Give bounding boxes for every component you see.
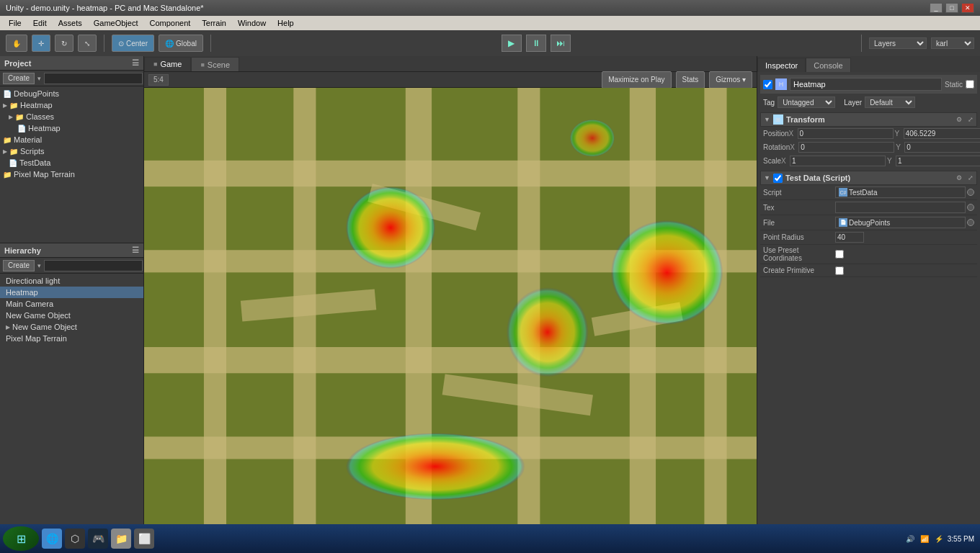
scale-xyz: X Y Z bbox=[781, 156, 980, 166]
project-tree-item-testdata[interactable]: 📄 TestData bbox=[0, 157, 143, 168]
step-button[interactable]: ⏭ bbox=[551, 35, 571, 52]
play-button[interactable]: ▶ bbox=[502, 35, 522, 52]
transform-settings-icon[interactable]: ⚙ bbox=[956, 116, 962, 123]
hierarchy-item-newgameobj2[interactable]: ▶ New Game Object bbox=[0, 321, 143, 333]
menu-help[interactable]: Help bbox=[272, 17, 300, 29]
folder-icon: 📁 bbox=[9, 148, 18, 156]
menu-window[interactable]: Window bbox=[232, 17, 272, 29]
createprimitive-label: Create Primitive bbox=[763, 266, 835, 274]
svg-point-15 bbox=[570, 120, 615, 157]
testdata-enabled-checkbox[interactable] bbox=[773, 174, 783, 183]
svg-point-17 bbox=[611, 220, 723, 325]
menu-component[interactable]: Component bbox=[143, 17, 196, 29]
object-name-input[interactable] bbox=[790, 78, 942, 91]
testdata-settings-icon[interactable]: ⚙ bbox=[956, 174, 962, 181]
scale-tool-button[interactable]: ⤡ bbox=[78, 35, 97, 52]
pivot-center-button[interactable]: ⊙ Center bbox=[112, 35, 154, 52]
position-y-input[interactable] bbox=[904, 128, 980, 139]
scale-x-input[interactable] bbox=[790, 156, 886, 166]
taskbar-icon-steam[interactable]: 🎮 bbox=[88, 529, 108, 549]
tex-field-row: Tex bbox=[760, 200, 977, 215]
position-xyz: X Y Z bbox=[789, 128, 980, 139]
taskbar-icon-folder[interactable]: 📁 bbox=[111, 529, 131, 549]
file-picker-button[interactable] bbox=[967, 219, 974, 226]
project-tree-item-classes[interactable]: ▶ 📁 Classes bbox=[0, 111, 143, 122]
hierarchy-create-button[interactable]: Create bbox=[3, 260, 35, 271]
folder-icon: 📁 bbox=[3, 171, 12, 179]
game-ratio-selector[interactable]: 5:4 bbox=[148, 74, 169, 86]
hierarchy-tree: Directional light Heatmap Main Camera Ne… bbox=[0, 274, 143, 524]
tray-icon-1: 🔊 bbox=[904, 533, 916, 544]
static-checkbox[interactable] bbox=[966, 80, 974, 89]
console-tab[interactable]: Console bbox=[806, 58, 850, 72]
file-icon: 📄 bbox=[17, 125, 26, 132]
file-icon: 📄 bbox=[9, 159, 17, 167]
tag-select[interactable]: Untagged bbox=[778, 96, 835, 108]
user-dropdown[interactable]: karl bbox=[931, 37, 974, 49]
menu-assets[interactable]: Assets bbox=[53, 17, 88, 29]
taskbar-icon-unity[interactable]: ⬡ bbox=[65, 529, 85, 549]
minimize-button[interactable]: _ bbox=[930, 3, 943, 13]
layers-dropdown[interactable]: Layers bbox=[869, 37, 927, 49]
project-tree-item-debugpoints[interactable]: 📄 DebugPoints bbox=[0, 88, 143, 99]
maximize-on-play-button[interactable]: Maximize on Play bbox=[602, 71, 671, 89]
space-global-button[interactable]: 🌐 Global bbox=[159, 35, 203, 52]
taskbar-icon-chrome[interactable]: 🌐 bbox=[42, 529, 62, 549]
start-button[interactable]: ⊞ bbox=[3, 526, 39, 551]
tex-picker-button[interactable] bbox=[967, 204, 974, 211]
hierarchy-item-pixelmap[interactable]: Pixel Map Terrain bbox=[0, 333, 143, 344]
object-active-checkbox[interactable] bbox=[763, 80, 772, 89]
testdata-component-header[interactable]: ▼ Test Data (Script) ⚙ ⤢ bbox=[760, 171, 977, 185]
project-tree-item-scripts[interactable]: ▶ 📁 Scripts bbox=[0, 145, 143, 157]
project-panel-header: Project ☰ bbox=[0, 56, 143, 71]
script-picker-button-0[interactable] bbox=[967, 189, 974, 196]
pause-button[interactable]: ⏸ bbox=[526, 35, 546, 52]
project-tree-item-heatmap[interactable]: ▶ 📁 Heatmap bbox=[0, 99, 143, 111]
rotation-x-input[interactable] bbox=[798, 142, 894, 153]
taskbar-icon-unknown[interactable]: ⬜ bbox=[134, 529, 154, 549]
project-panel-title: Project bbox=[4, 59, 31, 68]
maximize-button[interactable]: □ bbox=[945, 3, 958, 13]
menu-terrain[interactable]: Terrain bbox=[196, 17, 232, 29]
svg-rect-1 bbox=[144, 161, 757, 186]
move-tool-button[interactable]: ✛ bbox=[32, 35, 50, 52]
project-tree-item-pixelmap[interactable]: 📁 Pixel Map Terrain bbox=[0, 168, 143, 180]
project-search-input[interactable] bbox=[44, 73, 143, 84]
menu-file[interactable]: File bbox=[3, 17, 27, 29]
tab-game[interactable]: ■ Game bbox=[144, 57, 191, 71]
tab-scene[interactable]: ■ Scene bbox=[191, 57, 239, 71]
close-button[interactable]: ✕ bbox=[961, 3, 974, 13]
project-tree-item-heatmap-class[interactable]: 📄 Heatmap bbox=[0, 122, 143, 134]
usepreset-checkbox[interactable] bbox=[835, 250, 844, 258]
hierarchy-item-dirlight[interactable]: Directional light bbox=[0, 275, 143, 287]
transform-component-header[interactable]: ▼ ⊞ Transform ⚙ ⤢ bbox=[760, 112, 977, 127]
transform-expand-icon[interactable]: ⤢ bbox=[968, 116, 974, 123]
menu-gameobject[interactable]: GameObject bbox=[88, 17, 144, 29]
hierarchy-item-maincamera[interactable]: Main Camera bbox=[0, 298, 143, 310]
hand-tool-button[interactable]: ✋ bbox=[6, 35, 27, 52]
folder-icon: 📁 bbox=[9, 102, 18, 109]
project-create-button[interactable]: Create bbox=[3, 73, 35, 84]
position-x-input[interactable] bbox=[798, 128, 894, 139]
transform-title: Transform bbox=[786, 115, 953, 124]
rotate-tool-button[interactable]: ↻ bbox=[55, 35, 74, 52]
testdata-expand-icon[interactable]: ⤢ bbox=[968, 174, 974, 181]
layer-select[interactable]: Default bbox=[865, 96, 915, 108]
createprimitive-checkbox[interactable] bbox=[835, 266, 844, 275]
hierarchy-item-newgameobj1[interactable]: New Game Object bbox=[0, 310, 143, 321]
project-panel: Project ☰ Create ▾ 🔍 📄 DebugPoints ▶ 📁 H… bbox=[0, 56, 144, 243]
pointradius-input[interactable] bbox=[835, 232, 864, 243]
hierarchy-search-input[interactable] bbox=[44, 260, 143, 271]
scale-y-input[interactable] bbox=[896, 156, 980, 166]
hierarchy-panel-menu-icon[interactable]: ☰ bbox=[132, 246, 139, 255]
rotation-row: Rotation X Y Z bbox=[760, 140, 977, 154]
project-tree-item-material[interactable]: 📁 Material bbox=[0, 134, 143, 145]
gizmos-button[interactable]: Gizmos ▾ bbox=[709, 71, 752, 89]
hierarchy-item-heatmap[interactable]: Heatmap bbox=[0, 287, 143, 298]
inspector-tab[interactable]: Inspector bbox=[757, 58, 806, 72]
testdata-title: Test Data (Script) bbox=[785, 174, 953, 182]
rotation-y-input[interactable] bbox=[904, 142, 980, 153]
menu-edit[interactable]: Edit bbox=[27, 17, 53, 29]
stats-button[interactable]: Stats bbox=[676, 71, 705, 89]
project-panel-menu-icon[interactable]: ☰ bbox=[132, 58, 139, 68]
